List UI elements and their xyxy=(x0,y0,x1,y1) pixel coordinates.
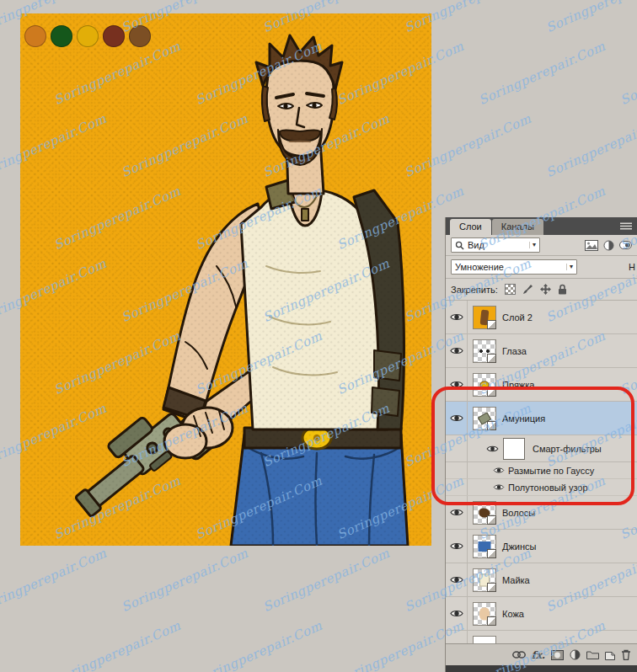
visibility-toggle[interactable] xyxy=(446,301,468,333)
layer-row[interactable]: Глаза xyxy=(446,334,637,368)
layer-thumbnail[interactable] xyxy=(473,535,496,558)
chevron-down-icon: ▾ xyxy=(566,264,573,270)
blend-mode-row: Умножение ▾ Н xyxy=(446,256,637,279)
color-swatch xyxy=(129,25,151,47)
smart-filter-name: Полутоновый узор xyxy=(508,483,588,493)
blend-mode-value: Умножение xyxy=(455,262,563,272)
watermark-text: Soringperepair.Com xyxy=(543,111,637,181)
smart-filter-item[interactable]: Размытие по Гауссу xyxy=(446,462,637,479)
filter-mask-thumbnail[interactable] xyxy=(503,438,525,460)
layer-thumbnail[interactable] xyxy=(473,602,496,626)
layer-name: Волосы xyxy=(502,508,535,518)
visibility-toggle[interactable] xyxy=(446,563,468,596)
watermark-text: Soringperepair.Com xyxy=(193,618,324,672)
layer-row[interactable]: Пряжка xyxy=(446,368,637,402)
watermark-text: Soringperepair.Com xyxy=(543,0,637,35)
photoshop-workspace: Слои Каналы Вид ▾ xyxy=(0,0,637,672)
smart-object-badge-icon xyxy=(487,421,496,430)
chevron-down-icon: ▾ xyxy=(529,242,536,248)
visibility-toggle[interactable] xyxy=(446,368,468,401)
visibility-toggle[interactable] xyxy=(493,483,505,491)
lock-transparency-icon[interactable] xyxy=(505,284,516,295)
layer-row-partial[interactable] xyxy=(446,631,637,643)
layer-name: Джинсы xyxy=(502,541,536,552)
layer-style-button[interactable]: fx. xyxy=(532,649,546,661)
smart-filter-name: Размытие по Гауссу xyxy=(508,466,594,476)
layer-thumbnail[interactable] xyxy=(473,501,496,525)
watermark-text: Soringperepair.Com xyxy=(618,39,637,109)
color-swatch xyxy=(103,25,125,47)
layer-filter-row: Вид ▾ xyxy=(446,235,637,256)
filter-toggle-icon[interactable] xyxy=(619,241,632,249)
layer-row[interactable]: Волосы xyxy=(446,496,637,530)
blend-mode-dropdown[interactable]: Умножение ▾ xyxy=(451,259,577,275)
layer-name: Амуниция xyxy=(502,413,545,424)
watermark-text: Soringperepair.Com xyxy=(0,546,109,616)
watermark-text: Soringperepair.Com xyxy=(260,546,392,616)
search-icon xyxy=(455,241,464,250)
watermark-text: Soringperepair.Com xyxy=(51,618,183,672)
filter-pixel-layers-icon[interactable] xyxy=(585,240,598,251)
panel-menu-icon[interactable] xyxy=(620,222,632,230)
layer-name: Пряжка xyxy=(502,380,534,390)
lock-move-icon[interactable] xyxy=(540,284,551,295)
visibility-toggle[interactable] xyxy=(493,467,505,474)
new-adjustment-layer-icon[interactable] xyxy=(570,649,581,660)
visibility-toggle[interactable] xyxy=(446,631,468,643)
smart-object-badge-icon xyxy=(487,549,496,558)
lock-row: Закрепить: xyxy=(446,279,637,301)
layer-row[interactable]: Джинсы xyxy=(446,530,637,563)
visibility-toggle[interactable] xyxy=(486,445,499,453)
tab-layers[interactable]: Слои xyxy=(450,219,491,235)
layer-list: Слой 2 Глаза Пряжка Амуниция xyxy=(446,301,637,643)
visibility-toggle[interactable] xyxy=(446,530,468,563)
visibility-toggle[interactable] xyxy=(446,597,468,630)
smart-filter-item[interactable]: Полутоновый узор xyxy=(446,479,637,496)
filter-type-value: Вид xyxy=(468,240,526,250)
add-mask-icon[interactable] xyxy=(551,650,564,660)
new-group-icon[interactable] xyxy=(586,650,599,659)
layer-thumbnail[interactable] xyxy=(473,407,496,430)
link-layers-icon[interactable] xyxy=(512,651,526,659)
delete-layer-icon[interactable] xyxy=(621,649,631,660)
document-canvas[interactable] xyxy=(20,13,431,546)
tab-channels[interactable]: Каналы xyxy=(492,219,543,235)
smart-object-badge-icon xyxy=(487,583,496,592)
layer-name: Майка xyxy=(502,575,530,585)
layer-thumbnail[interactable] xyxy=(473,636,496,644)
layer-row-selected[interactable]: Амуниция xyxy=(446,402,637,435)
layers-bottom-bar: fx. xyxy=(446,643,637,665)
layer-thumbnail[interactable] xyxy=(473,306,496,329)
smart-filters-row[interactable]: Смарт-фильтры xyxy=(446,435,637,462)
color-palette xyxy=(24,25,151,47)
lock-all-icon[interactable] xyxy=(558,284,567,295)
layers-panel: Слои Каналы Вид ▾ xyxy=(445,217,637,672)
lock-label: Закрепить: xyxy=(451,285,498,295)
color-swatch xyxy=(51,25,72,47)
artwork-image xyxy=(20,13,431,546)
layer-row[interactable]: Кожа xyxy=(446,597,637,631)
filter-type-dropdown[interactable]: Вид ▾ xyxy=(451,237,540,253)
layer-thumbnail[interactable] xyxy=(473,373,496,397)
layer-name: Глаза xyxy=(502,346,527,356)
layer-name: Кожа xyxy=(502,609,524,619)
watermark-text: Soringperepair.Com xyxy=(119,546,250,616)
layer-row[interactable]: Майка xyxy=(446,563,637,597)
color-swatch xyxy=(24,25,46,47)
new-layer-icon[interactable] xyxy=(605,649,615,660)
visibility-toggle[interactable] xyxy=(446,496,468,529)
visibility-toggle[interactable] xyxy=(446,402,468,435)
layer-thumbnail[interactable] xyxy=(473,568,496,592)
panel-tab-bar: Слои Каналы xyxy=(446,217,637,235)
layer-thumbnail[interactable] xyxy=(473,339,496,363)
visibility-toggle[interactable] xyxy=(446,334,468,367)
opacity-label-cut: Н xyxy=(629,262,635,272)
color-swatch xyxy=(77,25,99,47)
eye-column-spacer xyxy=(446,462,468,478)
panel-bottom-edge xyxy=(446,665,637,672)
layer-name: Слой 2 xyxy=(502,312,533,323)
filter-adjustment-layers-icon[interactable] xyxy=(603,240,614,251)
lock-brush-icon[interactable] xyxy=(522,284,533,295)
eye-column-spacer xyxy=(446,435,468,461)
layer-row[interactable]: Слой 2 xyxy=(446,301,637,334)
